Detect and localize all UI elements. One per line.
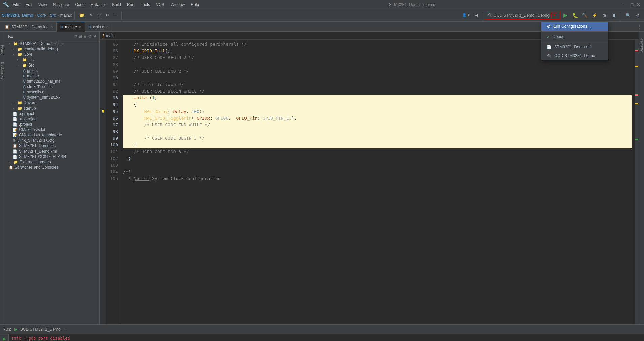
stop-button[interactable]: ⏹ <box>610 11 618 20</box>
tree-main-c[interactable]: C main.c <box>5 73 99 79</box>
tree-stm32-xml-icon: 📄 <box>13 149 17 154</box>
dropdown-debug[interactable]: ✓ Debug <box>541 32 608 41</box>
profile-button[interactable]: ◑ <box>600 11 609 20</box>
tree-scratches[interactable]: 📋 Scratches and Consoles <box>5 165 99 170</box>
collapse-button[interactable]: ⊞ <box>96 12 103 18</box>
project-view-button[interactable]: 📁 <box>77 12 86 19</box>
menu-edit[interactable]: Edit <box>23 1 35 8</box>
menu-code[interactable]: Code <box>72 1 87 8</box>
tree-syscalls[interactable]: C syscalls.c <box>5 89 99 95</box>
breadcrumb-src[interactable]: Src <box>50 13 56 18</box>
menu-run[interactable]: Run <box>124 1 137 8</box>
project-settings-btn[interactable]: ⚙ <box>88 34 92 39</box>
run-resume-button[interactable]: ▶ <box>1 335 8 341</box>
debug-button[interactable]: 🐛 <box>571 11 579 20</box>
maximize-button[interactable]: □ <box>629 2 635 7</box>
project-expand-btn[interactable]: ⊞ <box>79 34 82 39</box>
menu-navigate[interactable]: Navigate <box>50 1 72 8</box>
account-button[interactable]: 👤 ▾ <box>460 12 472 18</box>
tree-system-icon: C <box>23 95 26 99</box>
tree-main-label: main.c <box>27 74 39 78</box>
tree-stm32f103[interactable]: 📄 STM32F103C8Tx_FLASH <box>5 154 99 159</box>
code-line-97: /* USER CODE END WHILE */ <box>123 122 632 128</box>
breadcrumb-sep1: › <box>35 13 36 18</box>
tree-cproject-icon: 📄 <box>13 112 17 116</box>
tree-mxproject-label: .mxproject <box>19 117 37 121</box>
hide-button[interactable]: ✕ <box>112 12 119 18</box>
dropdown-edit-config[interactable]: ⚙ Edit Configurations... <box>541 22 608 31</box>
run-config-dropdown-arrow[interactable]: ▼ <box>551 13 557 18</box>
project-sync-btn[interactable]: ↻ <box>74 34 77 39</box>
tree-cmake-build[interactable]: ▸ 📁 cmake-build-debug <box>5 46 99 52</box>
tree-stm32-ioc[interactable]: 📋 STM32F1_Demo.ioc <box>5 143 99 148</box>
code-line-93: while (1) <box>123 95 632 101</box>
tree-cmakelists[interactable]: 📝 CMakeLists.txt <box>5 127 99 132</box>
tree-core[interactable]: ▾ 📁 Core <box>5 52 99 57</box>
menu-file[interactable]: File <box>10 1 22 8</box>
gutter-95-bulb[interactable]: 💡 <box>100 108 106 115</box>
close-button[interactable]: ✕ <box>636 2 641 7</box>
tree-gpio-c[interactable]: C gpio.c <box>5 68 99 73</box>
tree-jlink[interactable]: ⚙ Jlink_STM32F1X.cfg <box>5 138 99 143</box>
tree-cmakelists-template[interactable]: 📝 CMakeLists_template.tx <box>5 132 99 138</box>
run-button[interactable]: ▶ <box>561 11 570 20</box>
tab-ioc-close[interactable]: ✕ <box>50 25 53 29</box>
tab-gpio-close[interactable]: ✕ <box>106 25 109 29</box>
run-config-selector[interactable]: 🔌 OCD STM32F1_Demo | Debug ▼ <box>485 11 560 20</box>
settings2-button[interactable]: ⚙ <box>633 11 642 20</box>
project-sidebar-icon[interactable]: Project <box>1 45 4 55</box>
tree-drivers[interactable]: ▸ 📁 Drivers <box>5 100 99 105</box>
database-sidebar-icon[interactable]: Database <box>640 38 643 53</box>
dropdown-elf[interactable]: 📄 STM32F1_Demo.elf <box>541 43 608 51</box>
dropdown-ocd[interactable]: 🔌 OCD STM32F1_Demo <box>541 51 608 60</box>
project-collapse-btn[interactable]: ⊟ <box>83 34 87 39</box>
nav-back-button[interactable]: ◀ <box>473 12 480 18</box>
sync-button[interactable]: ↻ <box>87 12 94 18</box>
elf-label: STM32F1_Demo.elf <box>554 45 590 49</box>
tree-core-label: Core <box>24 52 32 57</box>
settings-button[interactable]: ⚙ <box>104 12 111 18</box>
tab-ioc[interactable]: 📋 STM32F1_Demo.ioc ✕ <box>1 22 57 32</box>
menu-vcs[interactable]: VCS <box>153 1 167 8</box>
project-hide-btn[interactable]: ✕ <box>93 34 97 39</box>
tree-src[interactable]: ▾ 📁 Src <box>5 62 99 68</box>
tree-it-icon: C <box>23 85 26 89</box>
tab-gpio[interactable]: C gpio.c ✕ <box>85 22 112 32</box>
menu-window[interactable]: Window <box>168 1 188 8</box>
tree-cproject[interactable]: 📄 .cproject <box>5 111 99 116</box>
project-tree: ▾ 📁 STM32F1_Demo D:\CLion ▸ 📁 cmake-buil… <box>5 41 99 324</box>
breadcrumb-project[interactable]: STM32F1_Demo <box>2 13 33 18</box>
menu-help[interactable]: Help <box>188 1 202 8</box>
breadcrumb-file[interactable]: main.c <box>60 13 72 18</box>
coverage-button[interactable]: ⚡ <box>590 11 599 20</box>
menu-build[interactable]: Build <box>109 1 124 8</box>
tree-root[interactable]: ▾ 📁 STM32F1_Demo D:\CLion <box>5 41 99 46</box>
function-icon: ƒ <box>102 33 105 38</box>
tree-stm32-xml[interactable]: 📄 STM32F1_Demo.xml <box>5 148 99 154</box>
dropdown-sep1 <box>541 31 608 32</box>
editor-settings-button[interactable]: ⋮ <box>637 24 641 29</box>
tree-dotproject[interactable]: 📄 .project <box>5 122 99 127</box>
menu-refactor[interactable]: Refactor <box>88 1 109 8</box>
search-everywhere-button[interactable]: 🔍 <box>623 11 632 20</box>
menu-view[interactable]: View <box>36 1 50 8</box>
run-tab-label[interactable]: OCD STM32F1_Demo <box>20 327 60 332</box>
menu-tools[interactable]: Tools <box>138 1 153 8</box>
tree-it[interactable]: C stm32f1xx_it.c <box>5 84 99 89</box>
tab-main[interactable]: C main.c ✕ <box>57 22 85 32</box>
tree-mxproject[interactable]: 📄 .mxproject <box>5 116 99 122</box>
build-button[interactable]: 🔨 <box>580 11 589 20</box>
run-tab-close[interactable]: ✕ <box>64 327 67 331</box>
tree-system[interactable]: C system_stm32f1xx <box>5 95 99 100</box>
minimize-button[interactable]: ─ <box>622 2 628 7</box>
tree-hal[interactable]: C stm32f1xx_hal_ms <box>5 79 99 84</box>
breadcrumb-core[interactable]: Core <box>37 13 46 18</box>
bookmarks-sidebar-icon[interactable]: Bookmarks <box>1 62 4 79</box>
tree-inc[interactable]: ▸ 📁 Inc <box>5 57 99 62</box>
tab-main-close[interactable]: ✕ <box>79 25 81 29</box>
tree-ext-libs[interactable]: ▸ 📁 External Libraries <box>5 159 99 165</box>
debug-label: Debug <box>553 34 564 39</box>
elf-icon: 📄 <box>547 45 552 49</box>
code-content[interactable]: /* Initialize all configured peripherals… <box>120 40 635 324</box>
tree-startup[interactable]: ▸ 📁 startup <box>5 105 99 111</box>
